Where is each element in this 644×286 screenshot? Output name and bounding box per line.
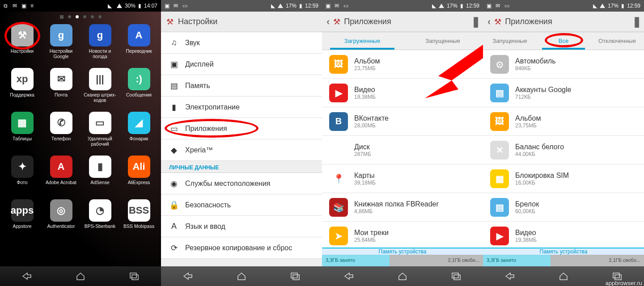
app-launcher-item[interactable]: xpПоддержка bbox=[4, 68, 41, 110]
item-icon: ▮ bbox=[169, 102, 179, 112]
app-launcher-item[interactable]: ▭Удаленный рабочий bbox=[81, 112, 119, 154]
settings-item[interactable]: AЯзык и ввод bbox=[161, 216, 322, 237]
item-label: Приложения bbox=[185, 125, 227, 133]
settings-item[interactable]: ◆Xperia™ bbox=[161, 139, 322, 161]
app-launcher-item[interactable]: ⚒Настройки bbox=[4, 24, 41, 66]
back-icon[interactable]: ‹ bbox=[326, 16, 330, 28]
app-row[interactable]: 📚Книжная полка FBReader4,86МБ bbox=[322, 193, 483, 222]
app-icon: ▤ bbox=[490, 198, 509, 217]
app-launcher-item[interactable]: AПереводчик bbox=[120, 24, 157, 66]
apps-header: ‹ ⚒ Приложения ■■■ bbox=[322, 12, 483, 32]
app-launcher-item[interactable]: AliAliExpress bbox=[120, 156, 157, 198]
home-button[interactable] bbox=[552, 269, 575, 283]
app-icon: 📍 bbox=[329, 169, 348, 188]
tab[interactable]: Загруженные bbox=[322, 32, 402, 50]
time: 12:59 bbox=[466, 3, 479, 9]
app-size: 23,75МБ bbox=[515, 122, 541, 129]
app-name: ВКонтакте bbox=[354, 114, 389, 122]
app-launcher-item[interactable]: ◎Authenticator bbox=[42, 199, 80, 241]
tab[interactable]: Запущенные bbox=[402, 32, 483, 50]
settings-item[interactable]: ⟳Резервное копирование и сброс bbox=[161, 237, 322, 259]
mail-icon: ✉ bbox=[496, 3, 502, 9]
time: 14:07 bbox=[144, 3, 157, 9]
settings-item[interactable]: ▭Приложения bbox=[161, 118, 322, 139]
item-label: Электропитание bbox=[185, 103, 240, 111]
card-icon: ▣ bbox=[487, 3, 493, 9]
back-button[interactable] bbox=[499, 269, 521, 283]
settings-item[interactable]: ▣Дисплей bbox=[161, 54, 322, 75]
app-size: 44,00КБ bbox=[515, 151, 564, 157]
back-button[interactable] bbox=[177, 269, 199, 283]
svg-rect-7 bbox=[613, 273, 619, 278]
mail-icon: ✉ bbox=[13, 3, 19, 9]
settings-item[interactable]: ♫Звук bbox=[161, 32, 322, 54]
recent-button[interactable] bbox=[284, 269, 306, 283]
back-button[interactable] bbox=[338, 269, 360, 283]
app-size: 287МБ bbox=[354, 151, 371, 157]
app-row[interactable]: △Диск287МБ bbox=[322, 136, 483, 164]
home-button[interactable] bbox=[69, 269, 92, 283]
nav-bar bbox=[322, 266, 483, 286]
settings-item[interactable]: ▤Память bbox=[161, 75, 322, 97]
signal-icon bbox=[439, 4, 444, 8]
item-label: Память bbox=[185, 82, 210, 90]
bars-icon: ≡ bbox=[30, 3, 37, 9]
app-launcher-item[interactable]: ✆Телефон bbox=[42, 112, 80, 154]
storage-used: 3,3ГБ занято bbox=[483, 254, 551, 266]
tab[interactable]: Все bbox=[537, 32, 590, 50]
settings-item[interactable]: 🔒Безопасность bbox=[161, 194, 322, 216]
app-launcher-item[interactable]: gНастройки Google bbox=[42, 24, 80, 66]
app-row[interactable]: ▤Брелок60,00КБ bbox=[483, 193, 644, 222]
item-icon: ▣ bbox=[169, 59, 179, 69]
recent-button[interactable] bbox=[445, 269, 467, 283]
item-icon: A bbox=[169, 222, 179, 231]
app-launcher-item[interactable]: ◔BPS-Sberbank bbox=[81, 199, 119, 241]
app-size: 712КБ bbox=[515, 94, 571, 100]
app-row[interactable]: BВКонтакте28,00МБ bbox=[322, 107, 483, 136]
app-launcher-item[interactable]: ✉Почта bbox=[42, 68, 80, 110]
app-launcher-item[interactable]: ✦Фото bbox=[4, 156, 41, 198]
app-launcher-item[interactable]: AAdobe Acrobat bbox=[42, 156, 80, 198]
app-label: Authenticator bbox=[47, 223, 75, 235]
card-icon: ▣ bbox=[165, 3, 171, 9]
app-launcher-item[interactable]: BSSBSS Mobipass bbox=[120, 199, 157, 241]
app-row[interactable]: ➤Мои треки25,64МБ bbox=[322, 222, 483, 250]
page-title: Настройки bbox=[178, 17, 217, 26]
back-button[interactable] bbox=[16, 269, 38, 283]
tools-icon: ⚒ bbox=[494, 17, 501, 27]
home-button[interactable] bbox=[230, 269, 253, 283]
app-label: Настройки Google bbox=[42, 48, 80, 60]
app-row[interactable]: ▶Видео19,38МБ bbox=[483, 222, 644, 250]
signal-icon bbox=[117, 4, 122, 8]
settings-item[interactable]: ▮Электропитание bbox=[161, 97, 322, 118]
app-row[interactable]: ✕Баланс белого44,00КБ bbox=[483, 136, 644, 164]
app-launcher-item[interactable]: ▦Таблицы bbox=[4, 112, 41, 154]
app-launcher-item[interactable]: |||Сканер штрих-кодов bbox=[81, 68, 119, 110]
tab[interactable]: Отключенные bbox=[590, 32, 644, 50]
settings-item[interactable]: ◉Службы местоположения bbox=[161, 173, 322, 194]
watermark: appbrowser.ru bbox=[606, 280, 642, 286]
app-icon: ▶ bbox=[329, 84, 348, 102]
app-launcher-item[interactable]: ▮AdSense bbox=[81, 156, 119, 198]
overflow-menu[interactable]: ■■■ bbox=[473, 17, 481, 26]
app-launcher-item[interactable]: gНовости и погода bbox=[81, 24, 119, 66]
app-row[interactable]: 🖼Альбом23,75МБ bbox=[483, 107, 644, 136]
app-name: Аккаунты Google bbox=[515, 86, 571, 94]
app-row[interactable]: 🖼Альбом23,75МБ bbox=[322, 50, 483, 79]
app-row[interactable]: 📍Карты39,18МБ bbox=[322, 164, 483, 193]
recent-button[interactable] bbox=[123, 269, 145, 283]
app-row[interactable]: ▦Блокировка SIM16,00КБ bbox=[483, 164, 644, 193]
svg-rect-3 bbox=[293, 275, 299, 280]
app-row[interactable]: ⊙Автомобиль848КБ bbox=[483, 50, 644, 79]
overflow-menu[interactable]: ■■■ bbox=[634, 17, 642, 26]
app-launcher-item[interactable]: appsAppstore bbox=[4, 199, 41, 241]
home-button[interactable] bbox=[391, 269, 414, 283]
back-icon[interactable]: ‹ bbox=[487, 16, 491, 28]
app-launcher-item[interactable]: :)Сообщения bbox=[120, 68, 157, 110]
item-icon: ⟳ bbox=[169, 243, 179, 253]
app-launcher-item[interactable]: ◢Фонарик bbox=[120, 112, 157, 154]
app-row[interactable]: ▤Аккаунты Google712КБ bbox=[483, 79, 644, 107]
app-size: 23,75МБ bbox=[354, 65, 380, 72]
app-row[interactable]: ▶Видео19,38МБ bbox=[322, 79, 483, 107]
tab[interactable]: Запущенные bbox=[483, 32, 537, 50]
